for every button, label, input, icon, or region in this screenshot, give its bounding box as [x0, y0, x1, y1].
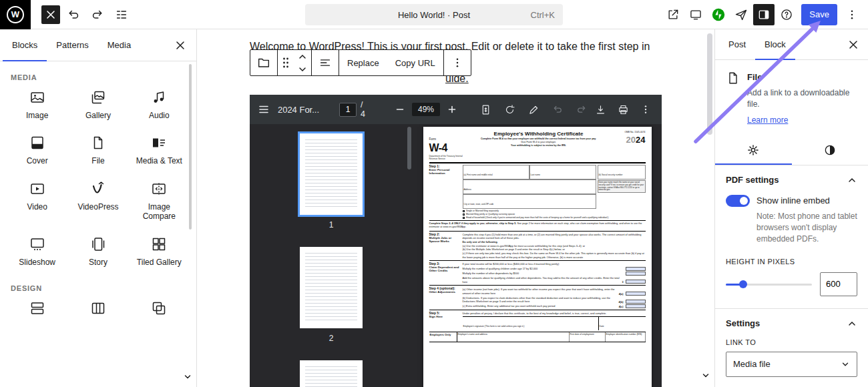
show-inline-embed-toggle[interactable]	[726, 195, 750, 207]
page-number-input[interactable]	[339, 103, 357, 117]
block-options-button[interactable]	[444, 50, 471, 75]
toggle-block-inserter-button[interactable]	[41, 5, 60, 24]
canvas-scroll-down-icon[interactable]	[701, 371, 710, 383]
rotate-button[interactable]	[500, 100, 519, 119]
download-button[interactable]	[591, 100, 610, 119]
hamburger-icon	[258, 103, 270, 115]
view-post-button[interactable]	[662, 4, 684, 25]
w4-title: Employee's Withholding Certificate	[468, 131, 610, 137]
block-item-video[interactable]: Video	[7, 181, 67, 222]
options-menu-button[interactable]	[841, 4, 863, 25]
copy-url-button[interactable]: Copy URL	[387, 50, 443, 75]
download-icon	[595, 104, 606, 115]
chevron-up-icon[interactable]	[847, 318, 857, 329]
tab-styles[interactable]	[792, 136, 868, 165]
zoom-out-button[interactable]	[391, 100, 409, 119]
fit-page-button[interactable]	[476, 100, 495, 119]
thumbnail-scrollbar[interactable]	[407, 127, 411, 169]
pdf-thumbnail-pane: 1 2	[250, 124, 413, 387]
toggle-label: Show inline embed	[756, 196, 830, 206]
tab-media[interactable]: Media	[98, 29, 140, 61]
canvas-scrollbar[interactable]	[707, 33, 712, 135]
styles-icon	[823, 143, 837, 157]
drag-handle[interactable]	[278, 50, 294, 75]
thumbnail-page-1[interactable]	[300, 133, 363, 215]
block-item-cover[interactable]: Cover	[7, 135, 67, 165]
link-to-select[interactable]: Media file	[726, 352, 857, 377]
block-label: Story	[89, 258, 107, 267]
inserter-scroll-down-icon[interactable]	[183, 372, 192, 384]
thumbnail-page-2[interactable]	[300, 247, 363, 328]
close-sidebar-button[interactable]	[845, 37, 861, 53]
file-block-type-button[interactable]	[250, 50, 277, 75]
close-icon	[176, 41, 185, 50]
gallery-icon	[90, 89, 106, 105]
preview-button[interactable]	[685, 4, 706, 25]
pdf-menu-button[interactable]	[256, 100, 271, 119]
w4-omb: OMB No. 1545-0074	[610, 131, 646, 133]
w4-amount-field	[626, 267, 646, 271]
help-button[interactable]	[776, 4, 797, 25]
block-item-tiled-gallery[interactable]: Tiled Gallery	[129, 236, 190, 267]
undo-button[interactable]	[63, 4, 84, 25]
height-input[interactable]	[820, 272, 857, 296]
move-down-button[interactable]	[294, 63, 311, 75]
story-icon	[90, 236, 106, 252]
slider-thumb[interactable]	[739, 280, 747, 288]
jetpack-button[interactable]	[708, 4, 729, 25]
block-item-image[interactable]: Image	[7, 89, 67, 120]
image-compare-icon	[151, 181, 167, 197]
move-up-button[interactable]	[294, 50, 311, 63]
chevron-down-icon	[298, 67, 306, 72]
block-item-file[interactable]: File	[67, 135, 128, 165]
pdf-actions	[591, 100, 655, 119]
zoom-level[interactable]: 49%	[412, 103, 440, 116]
block-item-design-3[interactable]	[129, 300, 190, 316]
thumbnail-page-3[interactable]	[300, 360, 363, 387]
block-label: Video	[27, 202, 47, 212]
pdf-undo-button[interactable]	[548, 100, 567, 119]
command-shortcut: Ctrl+K	[531, 10, 555, 20]
block-item-videopress[interactable]: VideoPress	[67, 181, 128, 222]
zoom-in-button[interactable]	[443, 100, 461, 119]
pdf-toolbar: 2024 For... / 4 49%	[250, 95, 662, 124]
more-vertical-icon	[640, 104, 651, 115]
block-item-image-compare[interactable]: Image Compare	[129, 181, 190, 222]
tab-block[interactable]: Block	[755, 29, 795, 60]
pdf-redo-button[interactable]	[572, 100, 591, 119]
chevron-up-icon	[298, 54, 306, 59]
command-center[interactable]: Hello World! · Post Ctrl+K	[305, 4, 563, 25]
block-item-media-text[interactable]: Media & Text	[129, 135, 190, 165]
learn-more-link[interactable]: Learn more	[747, 115, 788, 125]
publish-flow-button[interactable]	[730, 4, 752, 25]
chevron-up-icon[interactable]	[847, 175, 857, 185]
redo-button[interactable]	[87, 4, 108, 25]
block-item-gallery[interactable]: Gallery	[67, 89, 128, 120]
inserter-scrollbar[interactable]	[189, 64, 192, 230]
tab-post[interactable]: Post	[719, 29, 755, 60]
align-button[interactable]	[312, 50, 339, 75]
tab-patterns[interactable]: Patterns	[47, 29, 97, 61]
block-item-audio[interactable]: Audio	[129, 89, 190, 120]
height-slider[interactable]	[726, 279, 812, 290]
annotate-button[interactable]	[524, 100, 543, 119]
save-button[interactable]: Save	[801, 4, 837, 25]
pdf-more-button[interactable]	[636, 100, 655, 119]
replace-button[interactable]: Replace	[339, 50, 387, 75]
close-inserter-button[interactable]	[172, 37, 188, 53]
videopress-icon	[90, 181, 106, 197]
tab-settings[interactable]	[715, 136, 792, 165]
print-button[interactable]	[614, 100, 632, 119]
block-item-story[interactable]: Story	[67, 236, 128, 267]
media-blocks-grid: Image Gallery Audio Cover File	[0, 85, 196, 267]
block-item-design-2[interactable]	[67, 300, 128, 316]
document-overview-button[interactable]	[111, 4, 132, 25]
tab-blocks[interactable]: Blocks	[3, 29, 47, 61]
gear-icon	[746, 143, 760, 157]
video-icon	[29, 181, 45, 197]
block-card-title: File	[747, 72, 857, 82]
wordpress-logo[interactable]: W	[0, 0, 31, 29]
block-item-slideshow[interactable]: Slideshow	[7, 236, 67, 267]
settings-sidebar-toggle[interactable]	[753, 4, 775, 25]
block-item-design-1[interactable]	[7, 300, 67, 316]
